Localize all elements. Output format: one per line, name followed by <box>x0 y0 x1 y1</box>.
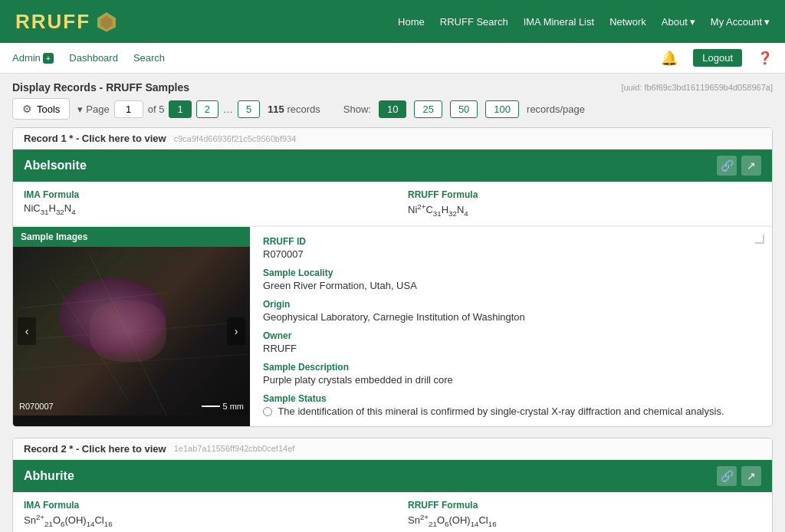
record-1-header[interactable]: Record 1 * - Click here to view c9ca9f4d… <box>13 128 772 149</box>
rruff-formula-value-2: Sn2+21O6(OH)14Cl16 <box>408 513 761 528</box>
show-10-button[interactable]: 10 <box>379 100 406 118</box>
image-prev-button[interactable]: ‹ <box>18 317 36 345</box>
admin-plus-icon: + <box>43 53 54 64</box>
owner-value: RRUFF <box>263 343 760 354</box>
rruff-id-value: R070007 <box>263 248 760 260</box>
rruff-formula-label: RRUFF Formula <box>408 189 761 200</box>
record-2-header[interactable]: Record 2 * - Click here to view 1e1ab7a1… <box>13 438 772 460</box>
origin-label: Origin <box>263 299 760 310</box>
page-label: ▾ Page <box>77 103 109 115</box>
image-next-button[interactable]: › <box>227 317 245 345</box>
sample-images-panel: Sample Images ‹ <box>13 227 251 426</box>
record-2-title: Record 2 * - Click here to view <box>24 443 166 455</box>
nav-network[interactable]: Network <box>609 16 646 28</box>
nav-about-dropdown[interactable]: About ▾ <box>662 16 695 28</box>
ima-formula-label-2: IMA Formula <box>24 500 377 511</box>
mineral-1-share-btn[interactable]: ↗ <box>741 156 761 176</box>
ima-formula-value-2: Sn2+21O6(OH)14Cl16 <box>24 513 377 528</box>
locality-value: Green River Formation, Utah, USA <box>263 280 760 291</box>
ima-formula-group-2: IMA Formula Sn2+21O6(OH)14Cl16 <box>24 500 377 528</box>
page-1-button[interactable]: 1 <box>169 100 191 118</box>
record-1-uuid: c9ca9f4d66936f21c5c9560bf934 <box>174 134 297 143</box>
formula-row-2: IMA Formula Sn2+21O6(OH)14Cl16 RRUFF For… <box>13 492 772 532</box>
record-2-uuid: 1e1ab7a11556ff942cbb0cef14ef <box>174 444 295 453</box>
formula-row-1: IMA Formula NiC31H32N4 RRUFF Formula Ni2… <box>13 182 772 226</box>
description-label: Sample Description <box>263 362 760 373</box>
top-nav-links: Home RRUFF Search IMA Mineral List Netwo… <box>398 16 770 28</box>
per-page-label: records/page <box>527 103 585 115</box>
sample-image <box>13 247 250 415</box>
rruff-formula-value: Ni2+C31H32N4 <box>408 202 761 218</box>
mineral-1-link-btn[interactable]: 🔗 <box>717 156 737 176</box>
records-count: 115 records <box>268 103 320 115</box>
ima-formula-label: IMA Formula <box>24 189 377 200</box>
ima-formula-group: IMA Formula NiC31H32N4 <box>24 189 377 218</box>
page-input[interactable] <box>114 100 143 118</box>
page-uuid: [uuid: fb6f69c3bd16119659b4d058967a] <box>621 83 773 92</box>
description-group: Sample Description Purple platy crystals… <box>263 362 760 386</box>
mineral-1-name: Abelsonite <box>24 159 87 172</box>
tools-label: Tools <box>37 103 60 115</box>
page-5-button[interactable]: 5 <box>238 100 260 118</box>
mineral-2-link-btn[interactable]: 🔗 <box>717 466 737 486</box>
rruff-formula-group: RRUFF Formula Ni2+C31H32N4 <box>408 189 761 218</box>
page-of-label: of 5 <box>148 103 165 115</box>
logo-icon <box>95 10 118 33</box>
mineral-2-header: Abhurite 🔗 ↗ <box>13 460 772 492</box>
sample-info-panel: RRUFF ID R070007 Sample Locality Green R… <box>251 227 772 426</box>
status-value: The identification of this mineral is co… <box>263 406 760 417</box>
logo-text: RRUFF <box>15 10 90 34</box>
scale-bar <box>202 406 220 407</box>
nav-ima-mineral-list[interactable]: IMA Mineral List <box>524 16 594 28</box>
owner-group: Owner RRUFF <box>263 330 760 354</box>
mineral-1-actions: 🔗 ↗ <box>717 156 761 176</box>
records-number: 115 <box>268 103 284 115</box>
texture-svg <box>13 247 250 415</box>
rruff-formula-label-2: RRUFF Formula <box>408 500 761 511</box>
origin-value: Geophysical Laboratory, Carnegie Institu… <box>263 311 760 323</box>
svg-line-3 <box>36 323 228 339</box>
admin-link[interactable]: Admin+ <box>12 52 54 64</box>
search-link[interactable]: Search <box>133 52 165 64</box>
rruff-id-group: RRUFF ID R070007 <box>263 236 760 260</box>
rruff-formula-group-2: RRUFF Formula Sn2+21O6(OH)14Cl16 <box>408 500 761 528</box>
status-radio-icon <box>263 407 272 416</box>
help-icon[interactable]: ❓ <box>757 51 773 65</box>
admin-bar: Admin+ Dashboard Search 🔔 Logout ❓ <box>0 43 785 74</box>
nav-home[interactable]: Home <box>398 16 425 28</box>
mineral-2-name: Abhurite <box>24 469 74 483</box>
image-label: R070007 <box>19 402 54 411</box>
mineral-2-share-btn[interactable]: ↗ <box>741 466 761 486</box>
logo[interactable]: RRUFF <box>15 10 118 34</box>
show-100-button[interactable]: 100 <box>485 100 519 118</box>
image-scale: 5 mm <box>202 402 245 411</box>
svg-line-4 <box>13 354 250 369</box>
show-25-button[interactable]: 25 <box>414 100 442 118</box>
nav-myaccount-dropdown[interactable]: My Account ▾ <box>711 16 770 28</box>
dashboard-link[interactable]: Dashboard <box>69 52 118 64</box>
display-header: Display Records - RRUFF Samples [uuid: f… <box>12 81 773 94</box>
record-card-1: Record 1 * - Click here to view c9ca9f4d… <box>12 127 773 427</box>
origin-group: Origin Geophysical Laboratory, Carnegie … <box>263 299 760 323</box>
owner-label: Owner <box>263 330 760 341</box>
status-group: Sample Status The identification of this… <box>263 393 760 417</box>
top-navigation: RRUFF Home RRUFF Search IMA Mineral List… <box>0 0 785 43</box>
bell-icon[interactable]: 🔔 <box>661 50 678 67</box>
show-50-button[interactable]: 50 <box>450 100 478 118</box>
sample-detail-1: Sample Images ‹ <box>13 226 772 426</box>
tools-button[interactable]: ⚙ Tools <box>12 98 70 120</box>
rruff-id-label: RRUFF ID <box>263 236 760 247</box>
mineral-1-header: Abelsonite 🔗 ↗ <box>13 149 772 182</box>
sample-images-header: Sample Images <box>13 227 250 247</box>
record-card-2: Record 2 * - Click here to view 1e1ab7a1… <box>12 438 773 532</box>
nav-rruff-search[interactable]: RRUFF Search <box>440 16 508 28</box>
toolbar-row: ⚙ Tools ▾ Page of 5 1 2 … 5 115 records … <box>12 98 773 120</box>
logout-button[interactable]: Logout <box>693 49 742 67</box>
svg-line-5 <box>51 277 128 400</box>
page-ellipsis: … <box>223 103 233 115</box>
page-2-button[interactable]: 2 <box>196 100 218 118</box>
show-label: Show: <box>343 103 371 115</box>
ima-formula-value: NiC31H32N4 <box>24 202 377 216</box>
resize-handle[interactable] <box>755 235 764 244</box>
svg-line-2 <box>21 293 166 308</box>
